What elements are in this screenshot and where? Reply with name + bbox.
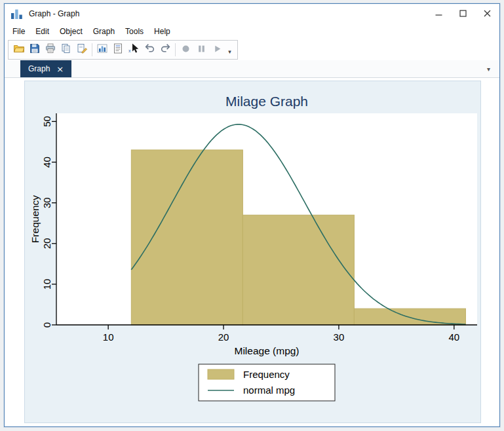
open-folder-icon xyxy=(13,43,25,57)
print-button[interactable] xyxy=(43,42,58,58)
play-button[interactable] xyxy=(209,42,225,58)
x-tick-label: 20 xyxy=(218,331,229,343)
toolbar-overflow-button[interactable]: ▾ xyxy=(225,42,235,58)
minimize-button[interactable] xyxy=(427,4,451,24)
menu-graph[interactable]: Graph xyxy=(88,25,120,38)
print-icon xyxy=(45,43,56,57)
save-icon xyxy=(29,43,41,57)
menu-edit[interactable]: Edit xyxy=(30,25,54,38)
x-tick-label: 30 xyxy=(334,331,345,343)
y-axis-title: Frequency xyxy=(29,195,41,243)
tab-label: Graph xyxy=(28,64,50,73)
stata-graph-bars-icon xyxy=(10,9,24,20)
toolbar-group: x xyxy=(8,40,238,60)
graph-editor-pointer-icon: x xyxy=(128,43,140,57)
chart-title: Milage Graph xyxy=(225,94,308,109)
y-tick-label: 10 xyxy=(41,279,52,290)
graph-button[interactable] xyxy=(94,42,110,58)
undo-icon xyxy=(144,43,155,56)
open-button[interactable] xyxy=(11,42,27,58)
window-controls xyxy=(427,4,499,24)
rename-button[interactable] xyxy=(74,42,90,58)
toolbar-separator xyxy=(175,43,176,56)
graph-icon xyxy=(96,43,108,57)
histogram-bar xyxy=(242,215,354,325)
pause-button[interactable] xyxy=(193,42,209,58)
legend-label-frequency: Frequency xyxy=(243,369,290,380)
tab-close-icon[interactable]: × xyxy=(56,65,64,73)
stata-graph-window: Graph - Graph File Edit Object Grap xyxy=(4,3,500,427)
menu-bar: File Edit Object Graph Tools Help xyxy=(5,24,499,39)
redo-button[interactable] xyxy=(157,42,173,58)
window-title: Graph - Graph xyxy=(29,9,427,18)
copy-button[interactable] xyxy=(58,42,74,58)
pause-icon xyxy=(197,44,206,56)
close-button[interactable] xyxy=(475,4,499,24)
graph-canvas: Milage Graph0102030405010203040Frequency… xyxy=(25,81,480,422)
log-icon xyxy=(112,43,124,57)
x-tick-label: 40 xyxy=(448,331,459,343)
legend-label-normal: normal mpg xyxy=(243,384,295,396)
tab-graph[interactable]: Graph × xyxy=(20,60,71,77)
stata-graph: Milage Graph0102030405010203040Frequency… xyxy=(24,81,481,423)
y-tick-label: 40 xyxy=(41,157,52,168)
maximize-icon xyxy=(459,8,467,20)
toolbar-separator xyxy=(92,43,92,56)
tab-bar: Graph × ▾ xyxy=(5,60,499,78)
histogram-bar xyxy=(354,309,465,325)
copy-icon xyxy=(60,43,72,57)
y-tick-label: 0 xyxy=(41,322,52,328)
log-button[interactable] xyxy=(110,42,126,58)
redo-icon xyxy=(160,43,171,56)
tab-list-caret-icon[interactable]: ▾ xyxy=(487,66,490,73)
undo-button[interactable] xyxy=(142,42,157,58)
record-icon xyxy=(182,44,190,56)
minimize-icon xyxy=(435,8,442,20)
menu-file[interactable]: File xyxy=(7,25,30,38)
toolbar-overflow-icon: ▾ xyxy=(228,48,231,55)
menu-object[interactable]: Object xyxy=(54,25,88,38)
y-tick-label: 50 xyxy=(41,116,52,127)
play-icon xyxy=(213,44,222,56)
legend-swatch-frequency xyxy=(208,369,234,379)
maximize-button[interactable] xyxy=(451,4,475,24)
x-tick-label: 10 xyxy=(103,331,114,343)
y-tick-label: 30 xyxy=(41,197,52,208)
record-button[interactable] xyxy=(178,42,193,58)
x-axis-title: Mileage (mpg) xyxy=(234,345,299,356)
graph-pane: Milage Graph0102030405010203040Frequency… xyxy=(5,78,499,426)
close-icon xyxy=(484,8,491,20)
menu-help[interactable]: Help xyxy=(149,25,176,38)
rename-icon xyxy=(76,43,88,57)
graph-editor-button[interactable]: x xyxy=(126,42,142,58)
toolbar: x xyxy=(5,39,499,60)
menu-tools[interactable]: Tools xyxy=(120,25,149,38)
titlebar[interactable]: Graph - Graph xyxy=(5,4,499,24)
y-tick-label: 20 xyxy=(41,238,52,249)
svg-text:x: x xyxy=(128,48,131,53)
save-button[interactable] xyxy=(27,42,43,58)
